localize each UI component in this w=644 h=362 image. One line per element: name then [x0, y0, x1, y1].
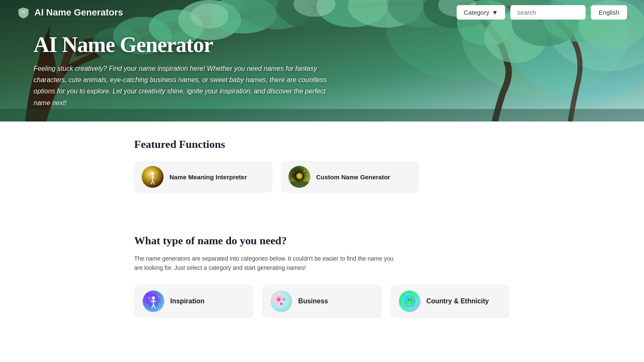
svg-point-39 [297, 174, 301, 178]
country-ethnicity-icon-svg [399, 290, 421, 312]
svg-point-30 [150, 171, 151, 172]
search-input[interactable] [510, 5, 586, 20]
svg-point-59 [280, 303, 283, 305]
svg-point-50 [158, 296, 159, 297]
feature-label-custom-name: Custom Name Generator [316, 173, 390, 181]
svg-point-57 [278, 298, 280, 301]
category-title: What type of name do you need? [134, 235, 510, 247]
category-section: What type of name do you need? The name … [0, 235, 644, 343]
featured-grid: Name Meaning Interpreter [134, 161, 419, 193]
feature-card-custom-name[interactable]: Custom Name Generator [281, 161, 419, 193]
hero-subtitle: Feeling stuck creatively? Find your name… [34, 63, 327, 109]
business-icon [270, 290, 292, 312]
category-card-business[interactable]: Business [262, 284, 382, 318]
featured-section: Featured Functions [0, 122, 644, 235]
inspiration-icon [143, 290, 164, 312]
svg-point-25 [22, 10, 25, 13]
svg-point-29 [147, 172, 148, 173]
custom-name-icon-svg [288, 166, 310, 188]
category-button[interactable]: Category ▼ [457, 5, 505, 20]
svg-point-52 [147, 305, 148, 305]
svg-rect-24 [0, 109, 644, 122]
category-label-country-ethnicity: Country & Ethnicity [426, 297, 489, 305]
logo-text: AI Name Generators [34, 7, 123, 18]
chevron-down-icon: ▼ [492, 9, 498, 16]
svg-point-31 [156, 173, 157, 174]
inspiration-icon-svg [143, 290, 164, 312]
featured-title: Featured Functions [134, 138, 510, 151]
name-meaning-icon-svg [142, 166, 164, 188]
business-icon-svg [270, 290, 292, 312]
svg-point-33 [156, 178, 156, 179]
category-card-country-ethnicity[interactable]: Country & Ethnicity [390, 284, 510, 318]
hero-nav: AI Name Generators Category ▼ English [0, 0, 644, 25]
category-label-inspiration: Inspiration [170, 297, 205, 305]
svg-point-42 [306, 177, 306, 178]
category-description: The name generators are separated into c… [134, 254, 402, 273]
name-meaning-icon [142, 166, 164, 188]
feature-label-name-meaning: Name Meaning Interpreter [169, 173, 247, 181]
feature-card-name-meaning[interactable]: Name Meaning Interpreter [134, 161, 273, 193]
svg-point-51 [159, 303, 160, 304]
svg-point-49 [148, 297, 149, 298]
logo-icon [17, 6, 30, 19]
svg-point-41 [304, 171, 305, 171]
category-card-inspiration[interactable]: Inspiration [134, 284, 254, 318]
hero-content: AI Name Generator Feeling stuck creative… [0, 25, 644, 109]
svg-point-47 [152, 296, 155, 299]
svg-point-28 [149, 175, 150, 176]
svg-point-40 [294, 172, 295, 173]
hero-section: AI Name Generators Category ▼ English AI… [0, 0, 644, 122]
svg-point-43 [292, 179, 293, 180]
svg-point-44 [296, 170, 297, 171]
svg-point-32 [157, 176, 158, 176]
svg-point-27 [151, 172, 154, 175]
country-ethnicity-icon [399, 290, 421, 312]
category-label-business: Business [298, 297, 328, 305]
svg-point-34 [148, 178, 148, 179]
category-label: Category [464, 9, 489, 16]
language-button[interactable]: English [591, 5, 627, 20]
category-grid: Inspiration [134, 284, 510, 318]
nav-controls: Category ▼ English [457, 5, 627, 20]
logo-area[interactable]: AI Name Generators [17, 6, 123, 19]
custom-name-icon [288, 166, 310, 188]
hero-title: AI Name Generator [34, 32, 610, 57]
svg-point-35 [157, 171, 158, 172]
svg-point-58 [283, 298, 285, 301]
